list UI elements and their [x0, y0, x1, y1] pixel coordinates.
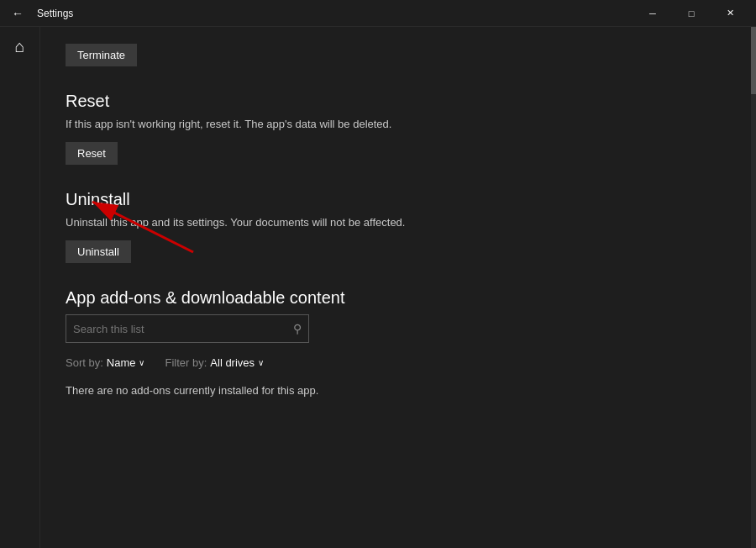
title-bar-left: ← Settings: [7, 3, 73, 24]
addons-title: App add-ons & downloadable content: [66, 288, 731, 308]
search-container: ⚲: [66, 314, 309, 343]
scrollbar-thumb[interactable]: [751, 27, 756, 94]
title-bar-controls: ─ □ ✕: [633, 0, 749, 27]
uninstall-description: Uninstall this app and its settings. You…: [66, 216, 731, 229]
uninstall-button[interactable]: Uninstall: [66, 240, 131, 263]
sort-value: Name: [107, 356, 136, 369]
close-button[interactable]: ✕: [711, 0, 749, 27]
no-addons-text: There are no add-ons currently installed…: [66, 384, 731, 397]
sort-chevron-icon: ∨: [139, 358, 144, 367]
filter-label: Filter by:: [165, 356, 207, 369]
uninstall-title: Uninstall: [66, 190, 731, 209]
filter-row: Sort by: Name ∨ Filter by: All drives ∨: [66, 356, 731, 369]
addons-section: App add-ons & downloadable content ⚲ Sor…: [66, 288, 731, 397]
search-icon: ⚲: [293, 322, 302, 335]
minimize-button[interactable]: ─: [633, 0, 672, 27]
reset-description: If this app isn't working right, reset i…: [66, 118, 731, 130]
left-nav: ⌂: [0, 27, 40, 548]
window-title: Settings: [37, 8, 73, 19]
main-content: ⌂ Terminate Reset If this app isn't work…: [0, 27, 756, 548]
sort-label: Sort by:: [66, 356, 103, 369]
back-button[interactable]: ←: [7, 3, 29, 24]
sort-control[interactable]: Sort by: Name ∨: [66, 356, 144, 369]
maximize-button[interactable]: □: [672, 0, 711, 27]
title-bar: ← Settings ─ □ ✕: [0, 0, 756, 27]
filter-value: All drives: [210, 356, 255, 369]
reset-section: Reset If this app isn't working right, r…: [66, 92, 731, 165]
filter-control[interactable]: Filter by: All drives ∨: [165, 356, 264, 369]
terminate-button[interactable]: Terminate: [66, 44, 137, 66]
scrollbar-track: [751, 27, 756, 548]
search-input[interactable]: [73, 323, 293, 335]
reset-button[interactable]: Reset: [66, 142, 118, 165]
filter-chevron-icon: ∨: [258, 358, 264, 367]
home-icon[interactable]: ⌂: [14, 37, 24, 56]
uninstall-section: Uninstall Uninstall this app and its set…: [66, 190, 731, 263]
reset-title: Reset: [66, 92, 731, 111]
content-panel: Terminate Reset If this app isn't workin…: [40, 27, 756, 548]
